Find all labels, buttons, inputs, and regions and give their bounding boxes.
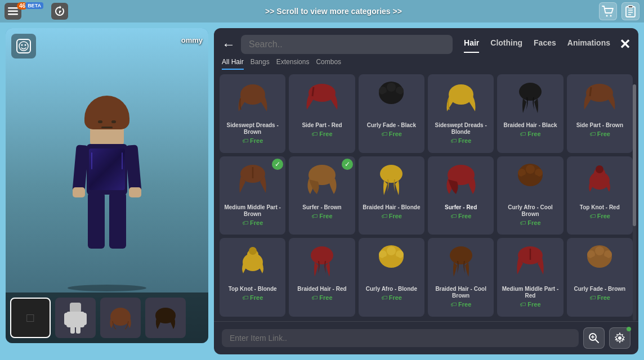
thumb-item-3[interactable] xyxy=(145,298,186,338)
item-curly-fade-brown[interactable]: Curly Fade - Brown 🏷 Free xyxy=(567,238,633,317)
top-bar: 46 BETA >> Scroll to view more categorie… xyxy=(0,0,644,22)
item-sideswept-dreads-brown[interactable]: Sideswept Dreads - Brown 🏷 Free xyxy=(220,74,285,153)
item-surfer-brown[interactable]: ✓ Surfer - Brown 🏷 Free xyxy=(289,156,355,235)
item-price-5: 🏷 Free xyxy=(520,130,540,137)
player-name: ommy xyxy=(181,36,203,44)
clipboard-icon[interactable] xyxy=(621,2,639,20)
item-curly-fade-black[interactable]: Curly Fade - Black 🏷 Free xyxy=(359,74,424,153)
svg-point-28 xyxy=(387,83,396,92)
thumb-item-1[interactable] xyxy=(55,298,96,338)
item-img-6 xyxy=(577,78,622,120)
item-name-8: Surfer - Brown xyxy=(302,204,341,211)
tab-hair[interactable]: Hair xyxy=(464,36,479,53)
item-top-knot-blonde[interactable]: Top Knot - Blonde 🏷 Free xyxy=(220,238,285,317)
svg-point-37 xyxy=(380,165,402,183)
item-curly-afro-blonde[interactable]: Curly Afro - Blonde 🏷 Free xyxy=(359,238,424,317)
item-surfer-red[interactable]: Surfer - Red 🏷 Free xyxy=(428,156,494,235)
svg-rect-0 xyxy=(8,7,18,9)
subtab-all-hair[interactable]: All Hair xyxy=(222,56,244,70)
svg-point-46 xyxy=(596,165,603,173)
subtab-extensions[interactable]: Extensions xyxy=(276,56,310,70)
tab-clothing[interactable]: Clothing xyxy=(490,36,522,53)
settings-button[interactable] xyxy=(609,327,630,349)
item-braided-blonde[interactable]: Braided Hair - Blonde 🏷 Free xyxy=(359,156,424,235)
back-button[interactable]: ← xyxy=(222,38,235,51)
item-img-9 xyxy=(369,160,414,202)
item-price-2: 🏷 Free xyxy=(311,130,332,137)
svg-point-63 xyxy=(589,255,610,267)
main-area: ommy xyxy=(0,22,644,360)
item-sideswept-dreads-blonde[interactable]: Sideswept Dreads - Blonde 🏷 Free xyxy=(428,74,494,153)
item-img-4 xyxy=(439,78,484,120)
item-curly-afro-cool-brown[interactable]: Curly Afro - Cool Brown 🏷 Free xyxy=(497,156,563,235)
item-name-10: Surfer - Red xyxy=(445,204,477,211)
history-icon[interactable] xyxy=(51,3,68,20)
item-medium-middle-brown[interactable]: ✓ Medium Middle Part - Brown 🏷 Free xyxy=(220,156,285,235)
item-img-8 xyxy=(299,160,345,202)
catalog-panel: ← Hair Clothing Faces Animations ✕ All H… xyxy=(214,28,638,354)
item-price-10: 🏷 Free xyxy=(450,213,471,219)
svg-point-30 xyxy=(381,92,401,103)
close-button[interactable]: ✕ xyxy=(619,38,630,51)
svg-point-55 xyxy=(381,255,401,267)
svg-line-65 xyxy=(596,340,598,343)
svg-rect-16 xyxy=(70,303,81,313)
svg-point-15 xyxy=(25,44,26,46)
item-img-5 xyxy=(508,78,553,120)
item-name-7: Medium Middle Part - Brown xyxy=(223,204,282,218)
tab-animations[interactable]: Animations xyxy=(567,36,610,53)
cart-icon[interactable] xyxy=(599,2,617,20)
item-img-7 xyxy=(230,160,275,202)
subtab-bangs[interactable]: Bangs xyxy=(251,56,270,70)
svg-point-68 xyxy=(618,336,621,340)
item-name-5: Braided Hair - Black xyxy=(503,122,557,129)
svg-point-50 xyxy=(311,246,333,264)
item-name-1: Sideswept Dreads - Brown xyxy=(223,122,282,136)
svg-point-49 xyxy=(249,247,257,255)
item-side-part-brown[interactable]: Side Part - Brown 🏷 Free xyxy=(567,74,633,153)
catalog-grid: Sideswept Dreads - Brown 🏷 Free Side Pa xyxy=(214,70,638,321)
item-side-part-red[interactable]: Side Part - Red 🏷 Free xyxy=(289,74,355,153)
item-top-knot-red[interactable]: Top Knot - Red 🏷 Free xyxy=(567,156,633,235)
svg-rect-20 xyxy=(70,326,75,334)
item-name-3: Curly Fade - Black xyxy=(367,122,416,129)
thumb-item-0[interactable]: □ xyxy=(10,298,51,338)
item-img-14 xyxy=(299,241,345,284)
catalog-header: ← Hair Clothing Faces Animations ✕ xyxy=(214,28,638,54)
item-img-11 xyxy=(508,160,553,202)
item-braided-black[interactable]: Braided Hair - Black 🏷 Free xyxy=(497,74,563,153)
item-price-16: 🏷 Free xyxy=(450,301,471,308)
item-price-7: 🏷 Free xyxy=(242,219,263,226)
svg-rect-18 xyxy=(64,313,71,325)
search-input[interactable] xyxy=(241,35,453,54)
svg-point-61 xyxy=(595,246,604,255)
item-img-1 xyxy=(230,78,275,120)
svg-rect-4 xyxy=(59,11,61,12)
svg-point-53 xyxy=(387,246,396,255)
item-img-15 xyxy=(369,241,414,284)
item-name-17: Medium Middle Part - Red xyxy=(500,286,560,299)
item-img-10 xyxy=(439,160,484,202)
tab-faces[interactable]: Faces xyxy=(534,36,556,53)
scroll-hint: >> Scroll to view more categories >> xyxy=(68,7,599,16)
character-model xyxy=(56,96,158,276)
zoom-button[interactable] xyxy=(583,327,605,349)
item-braided-red[interactable]: Braided Hair - Red 🏷 Free xyxy=(289,238,355,317)
svg-point-6 xyxy=(610,15,612,17)
subtab-combos[interactable]: Combos xyxy=(316,56,341,70)
item-img-3 xyxy=(369,78,414,120)
item-img-12 xyxy=(577,160,622,202)
item-name-16: Braided Hair - Cool Brown xyxy=(431,286,490,299)
face-icon-button[interactable] xyxy=(11,34,36,58)
top-bar-left: 46 BETA xyxy=(5,3,68,20)
svg-rect-1 xyxy=(8,11,18,12)
item-medium-middle-red[interactable]: Medium Middle Part - Red 🏷 Free xyxy=(497,238,563,317)
item-name-15: Curly Afro - Blonde xyxy=(366,286,417,292)
item-link-input[interactable] xyxy=(222,329,579,347)
item-braided-cool-brown[interactable]: Braided Hair - Cool Brown 🏷 Free xyxy=(428,238,494,317)
thumb-item-2[interactable] xyxy=(100,298,141,338)
item-price-1: 🏷 Free xyxy=(242,137,263,144)
item-price-3: 🏷 Free xyxy=(381,130,402,137)
item-name-18: Curly Fade - Brown xyxy=(574,286,625,292)
svg-rect-19 xyxy=(80,313,87,325)
